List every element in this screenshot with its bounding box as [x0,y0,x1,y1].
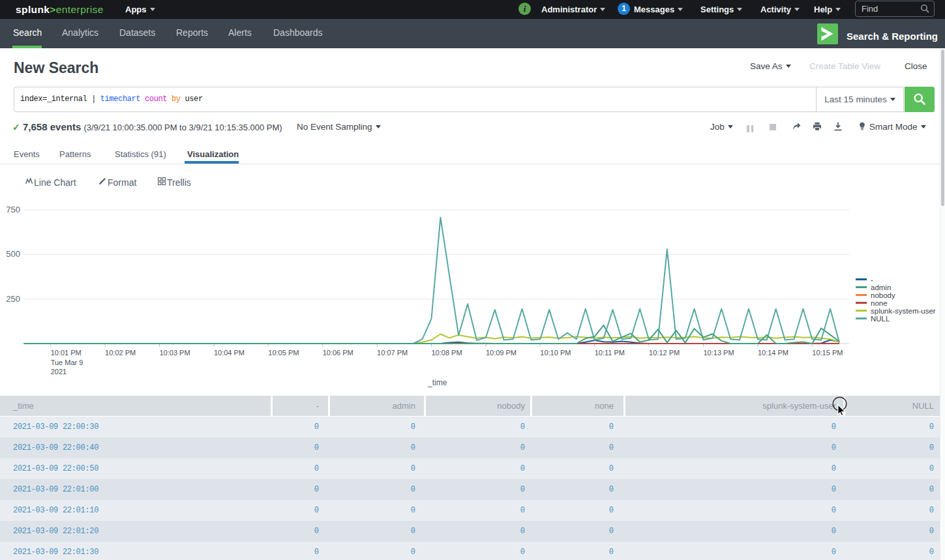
svg-text:10:08 PM: 10:08 PM [432,349,462,357]
svg-text:10:07 PM: 10:07 PM [377,349,408,357]
svg-text:250: 250 [6,294,20,304]
svg-text:10:03 PM: 10:03 PM [160,349,190,357]
svg-text:10:12 PM: 10:12 PM [649,349,680,357]
svg-text:10:06 PM: 10:06 PM [323,349,353,357]
svg-text:10:11 PM: 10:11 PM [595,349,625,357]
svg-text:10:10 PM: 10:10 PM [540,349,571,357]
svg-text:500: 500 [6,249,20,259]
svg-text:10:15 PM: 10:15 PM [812,349,843,357]
svg-text:2021: 2021 [51,368,67,376]
svg-text:Tue Mar 9: Tue Mar 9 [51,359,83,366]
svg-text:10:14 PM: 10:14 PM [758,349,788,357]
svg-text:10:13 PM: 10:13 PM [704,349,734,357]
svg-text:10:01 PM: 10:01 PM [51,349,82,357]
svg-text:10:04 PM: 10:04 PM [214,349,245,357]
svg-text:10:02 PM: 10:02 PM [105,349,136,357]
svg-text:750: 750 [6,205,20,214]
svg-text:10:09 PM: 10:09 PM [486,349,517,357]
svg-text:_time: _time [427,378,447,387]
svg-text:10:05 PM: 10:05 PM [268,349,299,357]
